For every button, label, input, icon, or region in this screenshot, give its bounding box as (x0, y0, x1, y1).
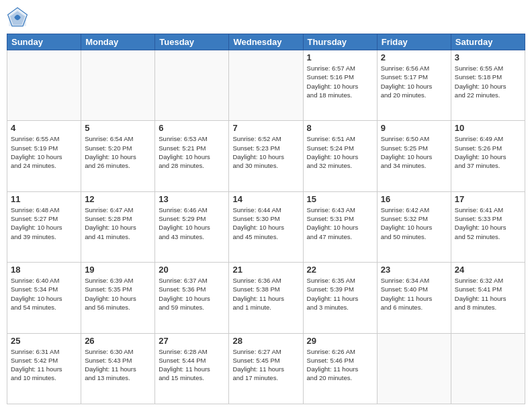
day-number: 18 (11, 265, 77, 275)
day-number: 20 (159, 265, 225, 275)
weekday-header: Friday (377, 34, 451, 50)
day-info: Sunrise: 6:55 AM Sunset: 5:19 PM Dayligh… (11, 134, 77, 170)
day-info: Sunrise: 6:53 AM Sunset: 5:21 PM Dayligh… (159, 134, 225, 170)
week-row: 1Sunrise: 6:57 AM Sunset: 5:16 PM Daylig… (7, 50, 525, 121)
calendar-cell: 13Sunrise: 6:46 AM Sunset: 5:29 PM Dayli… (155, 191, 229, 262)
day-info: Sunrise: 6:50 AM Sunset: 5:25 PM Dayligh… (381, 134, 447, 170)
day-number: 28 (232, 336, 299, 346)
day-number: 6 (159, 123, 225, 133)
day-info: Sunrise: 6:47 AM Sunset: 5:28 PM Dayligh… (85, 205, 151, 241)
day-number: 23 (381, 265, 447, 275)
calendar-cell: 1Sunrise: 6:57 AM Sunset: 5:16 PM Daylig… (303, 50, 377, 121)
logo (7, 7, 31, 28)
day-number: 10 (455, 123, 521, 133)
day-number: 9 (381, 123, 447, 133)
day-info: Sunrise: 6:57 AM Sunset: 5:16 PM Dayligh… (307, 64, 373, 99)
calendar-cell: 15Sunrise: 6:43 AM Sunset: 5:31 PM Dayli… (303, 191, 377, 262)
calendar-table: SundayMondayTuesdayWednesdayThursdayFrid… (7, 34, 525, 404)
calendar-cell: 28Sunrise: 6:27 AM Sunset: 5:45 PM Dayli… (229, 333, 303, 404)
day-info: Sunrise: 6:31 AM Sunset: 5:42 PM Dayligh… (11, 347, 77, 383)
day-number: 17 (455, 194, 521, 204)
day-number: 25 (11, 336, 77, 346)
day-info: Sunrise: 6:43 AM Sunset: 5:31 PM Dayligh… (307, 205, 373, 241)
day-number: 5 (85, 123, 151, 133)
week-row: 4Sunrise: 6:55 AM Sunset: 5:19 PM Daylig… (7, 121, 525, 191)
calendar-cell: 21Sunrise: 6:36 AM Sunset: 5:38 PM Dayli… (229, 263, 303, 333)
day-info: Sunrise: 6:27 AM Sunset: 5:45 PM Dayligh… (232, 347, 299, 383)
calendar-cell (81, 50, 155, 121)
calendar-cell (229, 50, 303, 121)
calendar-cell: 11Sunrise: 6:48 AM Sunset: 5:27 PM Dayli… (7, 191, 81, 262)
day-number: 16 (381, 194, 447, 204)
day-info: Sunrise: 6:52 AM Sunset: 5:23 PM Dayligh… (232, 134, 299, 170)
day-info: Sunrise: 6:39 AM Sunset: 5:35 PM Dayligh… (85, 276, 151, 312)
weekday-header: Tuesday (155, 34, 229, 50)
day-number: 22 (307, 265, 373, 275)
day-number: 4 (11, 123, 77, 133)
calendar-cell: 22Sunrise: 6:35 AM Sunset: 5:39 PM Dayli… (303, 263, 377, 333)
day-info: Sunrise: 6:54 AM Sunset: 5:20 PM Dayligh… (85, 134, 151, 170)
calendar-cell: 23Sunrise: 6:34 AM Sunset: 5:40 PM Dayli… (377, 263, 451, 333)
day-number: 24 (455, 265, 521, 275)
day-number: 15 (307, 194, 373, 204)
day-number: 26 (85, 336, 151, 346)
day-number: 11 (11, 194, 77, 204)
weekday-header: Thursday (303, 34, 377, 50)
day-info: Sunrise: 6:32 AM Sunset: 5:41 PM Dayligh… (455, 276, 521, 312)
day-number: 12 (85, 194, 151, 204)
weekday-header: Saturday (451, 34, 525, 50)
day-info: Sunrise: 6:41 AM Sunset: 5:33 PM Dayligh… (455, 205, 521, 241)
header (7, 7, 525, 28)
week-row: 25Sunrise: 6:31 AM Sunset: 5:42 PM Dayli… (7, 333, 525, 404)
calendar-cell: 17Sunrise: 6:41 AM Sunset: 5:33 PM Dayli… (451, 191, 525, 262)
week-row: 11Sunrise: 6:48 AM Sunset: 5:27 PM Dayli… (7, 191, 525, 262)
calendar-cell: 9Sunrise: 6:50 AM Sunset: 5:25 PM Daylig… (377, 121, 451, 191)
day-info: Sunrise: 6:49 AM Sunset: 5:26 PM Dayligh… (455, 134, 521, 170)
calendar-cell: 7Sunrise: 6:52 AM Sunset: 5:23 PM Daylig… (229, 121, 303, 191)
calendar-cell: 2Sunrise: 6:56 AM Sunset: 5:17 PM Daylig… (377, 50, 451, 121)
calendar-cell: 3Sunrise: 6:55 AM Sunset: 5:18 PM Daylig… (451, 50, 525, 121)
day-number: 8 (307, 123, 373, 133)
day-info: Sunrise: 6:34 AM Sunset: 5:40 PM Dayligh… (381, 276, 447, 312)
day-number: 21 (232, 265, 299, 275)
calendar-cell: 5Sunrise: 6:54 AM Sunset: 5:20 PM Daylig… (81, 121, 155, 191)
calendar-cell: 10Sunrise: 6:49 AM Sunset: 5:26 PM Dayli… (451, 121, 525, 191)
calendar-cell: 26Sunrise: 6:30 AM Sunset: 5:43 PM Dayli… (81, 333, 155, 404)
day-number: 2 (381, 52, 447, 62)
day-info: Sunrise: 6:28 AM Sunset: 5:44 PM Dayligh… (159, 347, 225, 383)
day-number: 19 (85, 265, 151, 275)
day-info: Sunrise: 6:30 AM Sunset: 5:43 PM Dayligh… (85, 347, 151, 383)
week-row: 18Sunrise: 6:40 AM Sunset: 5:34 PM Dayli… (7, 263, 525, 333)
day-info: Sunrise: 6:42 AM Sunset: 5:32 PM Dayligh… (381, 205, 447, 241)
day-info: Sunrise: 6:44 AM Sunset: 5:30 PM Dayligh… (232, 205, 299, 241)
calendar-cell: 8Sunrise: 6:51 AM Sunset: 5:24 PM Daylig… (303, 121, 377, 191)
day-number: 3 (455, 52, 521, 62)
calendar-cell: 4Sunrise: 6:55 AM Sunset: 5:19 PM Daylig… (7, 121, 81, 191)
day-info: Sunrise: 6:48 AM Sunset: 5:27 PM Dayligh… (11, 205, 77, 241)
day-number: 14 (232, 194, 299, 204)
calendar-cell: 29Sunrise: 6:26 AM Sunset: 5:46 PM Dayli… (303, 333, 377, 404)
day-info: Sunrise: 6:46 AM Sunset: 5:29 PM Dayligh… (159, 205, 225, 241)
calendar-cell: 20Sunrise: 6:37 AM Sunset: 5:36 PM Dayli… (155, 263, 229, 333)
day-info: Sunrise: 6:35 AM Sunset: 5:39 PM Dayligh… (307, 276, 373, 312)
day-info: Sunrise: 6:51 AM Sunset: 5:24 PM Dayligh… (307, 134, 373, 170)
calendar-cell (7, 50, 81, 121)
day-number: 1 (307, 52, 373, 62)
calendar-cell: 27Sunrise: 6:28 AM Sunset: 5:44 PM Dayli… (155, 333, 229, 404)
day-info: Sunrise: 6:36 AM Sunset: 5:38 PM Dayligh… (232, 276, 299, 312)
calendar-cell: 24Sunrise: 6:32 AM Sunset: 5:41 PM Dayli… (451, 263, 525, 333)
calendar-cell: 25Sunrise: 6:31 AM Sunset: 5:42 PM Dayli… (7, 333, 81, 404)
day-info: Sunrise: 6:37 AM Sunset: 5:36 PM Dayligh… (159, 276, 225, 312)
calendar-cell (451, 333, 525, 404)
weekday-header: Monday (81, 34, 155, 50)
day-info: Sunrise: 6:56 AM Sunset: 5:17 PM Dayligh… (381, 64, 447, 99)
calendar-cell: 19Sunrise: 6:39 AM Sunset: 5:35 PM Dayli… (81, 263, 155, 333)
weekday-header: Wednesday (229, 34, 303, 50)
calendar-cell (155, 50, 229, 121)
day-number: 29 (307, 336, 373, 346)
day-number: 7 (232, 123, 299, 133)
calendar-cell: 18Sunrise: 6:40 AM Sunset: 5:34 PM Dayli… (7, 263, 81, 333)
calendar-cell: 14Sunrise: 6:44 AM Sunset: 5:30 PM Dayli… (229, 191, 303, 262)
calendar-cell: 12Sunrise: 6:47 AM Sunset: 5:28 PM Dayli… (81, 191, 155, 262)
logo-icon (7, 7, 28, 28)
